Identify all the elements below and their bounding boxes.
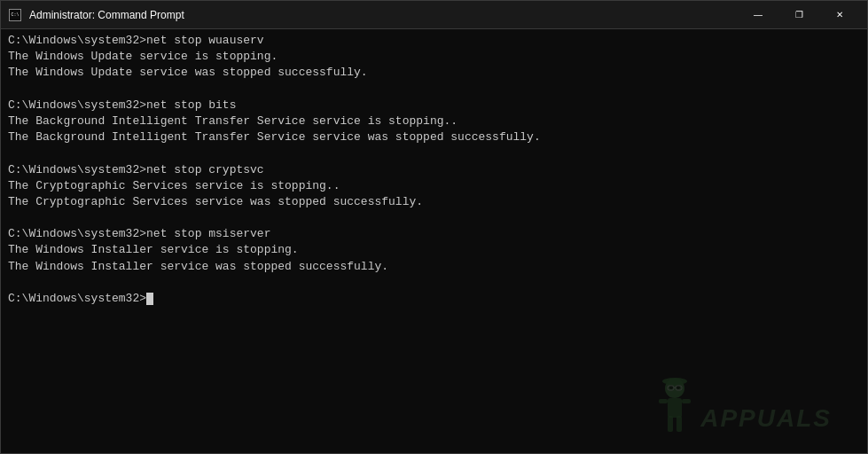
window-controls: — ❐ ✕: [738, 1, 860, 29]
terminal-body[interactable]: C:\Windows\system32>net stop wuauservThe…: [1, 29, 867, 453]
terminal-output-line: The Background Intelligent Transfer Serv…: [8, 129, 860, 145]
terminal-output-line: The Background Intelligent Transfer Serv…: [8, 114, 860, 129]
terminal-command: C:\Windows\system32>net stop msiserver: [8, 226, 860, 242]
close-button[interactable]: ✕: [819, 1, 860, 29]
terminal-output-line: The Cryptographic Services service was s…: [8, 194, 860, 210]
svg-rect-9: [668, 416, 673, 432]
svg-point-4: [676, 386, 680, 389]
cmd-icon-graphic: [9, 9, 21, 21]
title-bar: Administrator: Command Prompt — ❐ ✕: [1, 1, 867, 29]
terminal-output-line: The Windows Installer service is stoppin…: [8, 242, 860, 258]
svg-rect-8: [668, 398, 682, 418]
app-icon: [8, 8, 22, 22]
terminal-output-line: The Windows Installer service was stoppe…: [8, 259, 860, 275]
terminal-output-line: The Cryptographic Services service is st…: [8, 178, 860, 194]
minimize-button[interactable]: —: [738, 1, 778, 29]
watermark-text: APPUALS: [700, 401, 832, 435]
svg-rect-2: [669, 379, 680, 382]
empty-line: [8, 210, 860, 226]
title-bar-left: Administrator: Command Prompt: [8, 8, 184, 22]
terminal-prompt: C:\Windows\system32>: [8, 291, 860, 307]
terminal-command: C:\Windows\system32>net stop bits: [8, 98, 860, 114]
watermark-figure: [653, 378, 697, 435]
svg-rect-12: [682, 399, 691, 403]
window-title: Administrator: Command Prompt: [29, 9, 184, 21]
empty-line: [8, 145, 860, 161]
maximize-button[interactable]: ❐: [778, 1, 819, 29]
svg-point-3: [669, 386, 673, 389]
terminal-command: C:\Windows\system32>net stop wuauserv: [8, 33, 860, 49]
watermark: APPUALS: [653, 378, 832, 435]
terminal-cursor: [146, 293, 153, 305]
svg-rect-10: [676, 416, 682, 432]
empty-line: [8, 275, 860, 291]
terminal-command: C:\Windows\system32>net stop cryptsvc: [8, 162, 860, 178]
svg-rect-11: [659, 399, 668, 403]
command-prompt-window: Administrator: Command Prompt — ❐ ✕ C:\W…: [0, 0, 868, 454]
terminal-output-line: The Windows Update service was stopped s…: [8, 65, 860, 81]
terminal-output-line: The Windows Update service is stopping.: [8, 49, 860, 65]
empty-line: [8, 82, 860, 98]
terminal-output: C:\Windows\system32>net stop wuauservThe…: [8, 33, 860, 307]
